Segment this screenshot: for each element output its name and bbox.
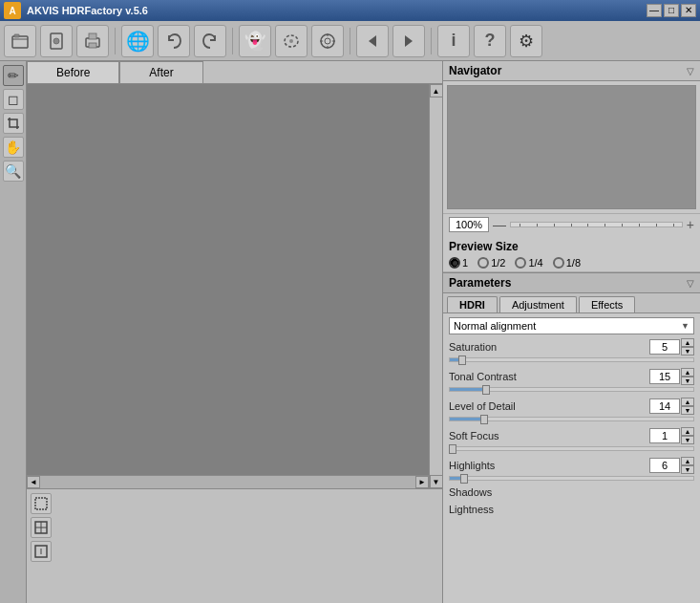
level-of-detail-thumb[interactable]	[480, 415, 488, 424]
preview-size-options: 1 1/2 1/4 1/8	[449, 257, 694, 269]
scroll-right-arrow[interactable]: ►	[415, 476, 429, 488]
level-of-detail-up[interactable]: ▲	[681, 398, 694, 406]
navigator-title: Navigator	[449, 64, 501, 77]
radio-1-dot	[453, 261, 457, 266]
tab-adjustment[interactable]: Adjustment	[499, 296, 577, 312]
highlights-value[interactable]: 6	[649, 458, 680, 473]
zoom-value[interactable]: 100%	[449, 217, 489, 232]
close-button[interactable]: ✕	[681, 4, 696, 17]
settings-button[interactable]: ⚙	[510, 25, 542, 57]
pencil-tool[interactable]: ✏	[3, 65, 24, 86]
target-button[interactable]	[311, 25, 344, 57]
parameters-tabs: HDRI Adjustment Effects	[443, 293, 700, 313]
tonal-contrast-slider[interactable]	[449, 387, 694, 392]
zoom-tool[interactable]: 🔍	[3, 161, 24, 182]
scroll-down-arrow[interactable]: ▼	[430, 475, 443, 488]
print-button[interactable]	[76, 25, 109, 57]
hand-tool[interactable]: ✋	[3, 137, 24, 158]
preview-size-1[interactable]: 1	[449, 257, 468, 269]
radio-3-circle[interactable]	[515, 257, 526, 269]
tonal-contrast-down[interactable]: ▼	[681, 377, 694, 385]
saturation-up[interactable]: ▲	[681, 338, 694, 347]
toolbar-separator-2	[232, 28, 233, 54]
forward-button[interactable]	[392, 25, 425, 57]
lasso-button[interactable]	[275, 25, 308, 57]
new-button[interactable]	[40, 25, 73, 57]
saturation-slider[interactable]	[449, 357, 694, 362]
highlights-slider[interactable]	[449, 476, 694, 481]
back-button[interactable]	[356, 25, 389, 57]
globe-button[interactable]: 🌐	[121, 25, 154, 57]
saturation-value-box: 5 ▲ ▼	[649, 338, 694, 355]
zoom-slider[interactable]	[510, 222, 683, 227]
saturation-value[interactable]: 5	[649, 339, 680, 355]
tab-before[interactable]: Before	[27, 61, 119, 83]
help-button[interactable]: ?	[474, 25, 506, 57]
saturation-label: Saturation	[449, 341, 497, 353]
radio-1-circle[interactable]	[449, 257, 460, 269]
highlights-up[interactable]: ▲	[681, 457, 694, 465]
title-bar-controls[interactable]: — □ ✕	[647, 4, 696, 17]
radio-2-circle[interactable]	[477, 257, 489, 269]
zoom-minus-button[interactable]: —	[493, 217, 506, 232]
soft-focus-thumb[interactable]	[449, 444, 456, 454]
soft-focus-up[interactable]: ▲	[681, 427, 694, 436]
zoom-tick	[587, 224, 588, 226]
scroll-horizontal-track[interactable]	[40, 476, 415, 488]
saturation-down[interactable]: ▼	[681, 347, 694, 355]
parameters-collapse-icon[interactable]: ▽	[687, 278, 694, 289]
tonal-contrast-thumb[interactable]	[482, 385, 490, 395]
alignment-dropdown[interactable]: Normal alignment ▼	[449, 317, 694, 334]
svg-rect-17	[35, 498, 47, 509]
tonal-contrast-value[interactable]: 15	[649, 369, 680, 384]
radio-4-circle[interactable]	[553, 257, 564, 269]
eraser-tool[interactable]: ◻	[3, 89, 24, 110]
crop-tool[interactable]	[3, 113, 24, 134]
redo-button[interactable]	[194, 25, 226, 57]
preview-size-1-8[interactable]: 1/8	[553, 257, 581, 269]
level-of-detail-slider[interactable]	[449, 417, 694, 421]
tonal-contrast-up[interactable]: ▲	[681, 368, 694, 377]
soft-focus-value-box: 1 ▲ ▼	[649, 427, 694, 444]
scroll-left-arrow[interactable]: ◄	[27, 476, 40, 488]
shadows-label: Shadows	[449, 486, 492, 498]
canvas-viewport[interactable]: ▲ ▼ ◄ ►	[27, 84, 442, 488]
navigator-section: Navigator ▽ 100% —	[443, 61, 700, 235]
soft-focus-slider[interactable]	[449, 446, 694, 451]
preview-size-1-4[interactable]: 1/4	[515, 257, 542, 269]
zoom-tick	[554, 224, 555, 226]
title-bar: A AKVIS HDRFactory v.5.6 — □ ✕	[0, 0, 700, 21]
ghost-button[interactable]: 👻	[239, 25, 271, 57]
maximize-button[interactable]: □	[664, 4, 679, 17]
canvas-scrollbar-horizontal[interactable]: ◄ ►	[27, 475, 429, 488]
scroll-up-arrow[interactable]: ▲	[430, 84, 443, 97]
zoom-plus-button[interactable]: +	[687, 217, 694, 232]
bottom-tools	[31, 493, 52, 562]
radio-4-label: 1/8	[566, 257, 581, 269]
highlights-label: Highlights	[449, 460, 495, 471]
title-bar-left: A AKVIS HDRFactory v.5.6	[4, 2, 148, 19]
expand-tool[interactable]	[31, 541, 52, 562]
tab-after[interactable]: After	[119, 61, 202, 83]
radio-3-label: 1/4	[528, 257, 542, 269]
navigator-preview-area	[447, 85, 696, 209]
grid-tool[interactable]	[31, 517, 52, 538]
minimize-button[interactable]: —	[647, 4, 662, 17]
soft-focus-down[interactable]: ▼	[681, 436, 694, 444]
preview-size-1-2[interactable]: 1/2	[477, 257, 505, 269]
info-button[interactable]: i	[437, 25, 470, 57]
navigator-collapse-icon[interactable]: ▽	[687, 66, 694, 76]
undo-button[interactable]	[158, 25, 190, 57]
level-of-detail-down[interactable]: ▼	[681, 406, 694, 415]
level-of-detail-value[interactable]: 14	[649, 398, 680, 414]
rect-select-tool[interactable]	[31, 493, 52, 514]
tab-hdri[interactable]: HDRI	[447, 296, 498, 312]
soft-focus-value[interactable]: 1	[649, 428, 680, 443]
tab-effects[interactable]: Effects	[579, 296, 635, 312]
canvas-container: Before After ▲ ▼ ◄ ►	[27, 61, 442, 603]
highlights-down[interactable]: ▼	[681, 465, 694, 474]
highlights-thumb[interactable]	[460, 474, 468, 484]
saturation-thumb[interactable]	[458, 355, 466, 365]
open-button[interactable]	[4, 25, 36, 57]
canvas-scrollbar-vertical[interactable]: ▲ ▼	[429, 84, 442, 488]
